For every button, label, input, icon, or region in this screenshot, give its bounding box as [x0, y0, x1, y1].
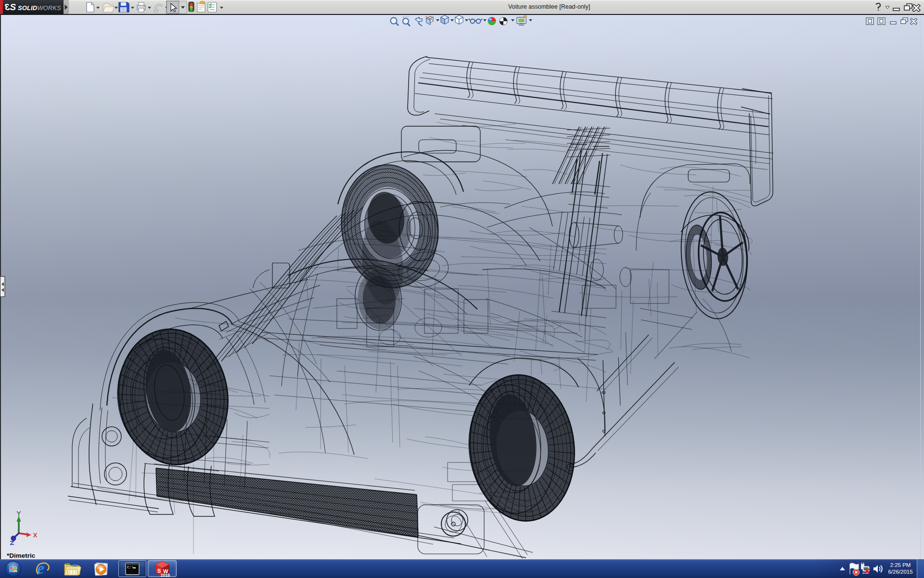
svg-text:C:\: C:\: [127, 565, 134, 569]
svg-text:2015: 2015: [161, 573, 170, 578]
